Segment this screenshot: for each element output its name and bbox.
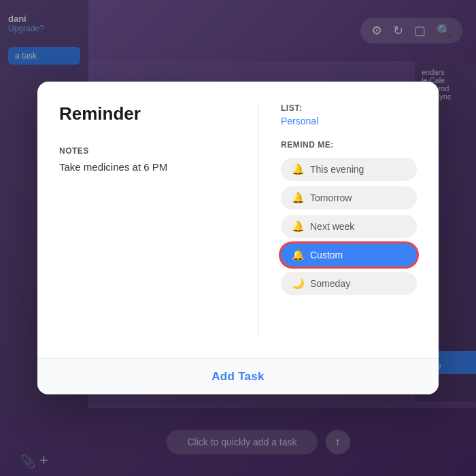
moon-icon-someday: 🌙 xyxy=(292,277,305,290)
add-task-button[interactable]: Add Task xyxy=(211,370,265,384)
remind-option-this-evening[interactable]: 🔔 This evening xyxy=(281,158,417,181)
remind-option-label-next-week: Next week xyxy=(310,221,354,232)
modal-left-panel: Reminder NOTES Take medicines at 6 PM xyxy=(59,103,237,337)
remind-option-label-custom: Custom xyxy=(310,250,343,260)
bell-icon-next-week: 🔔 xyxy=(292,220,305,233)
bell-icon-custom: 🔔 xyxy=(292,249,305,261)
modal-body: Reminder NOTES Take medicines at 6 PM LI… xyxy=(37,82,439,358)
bell-icon-this-evening: 🔔 xyxy=(292,163,305,175)
modal-footer: Add Task xyxy=(37,358,439,394)
list-value[interactable]: Personal xyxy=(281,116,417,126)
modal-right-panel: LIST: Personal REMIND ME: 🔔 This evening… xyxy=(281,103,417,337)
notes-text: Take medicines at 6 PM xyxy=(59,161,237,173)
remind-option-label-tomorrow: Tomorrow xyxy=(310,192,352,203)
remind-option-someday[interactable]: 🌙 Someday xyxy=(281,272,417,295)
remind-me-label: REMIND ME: xyxy=(281,140,417,150)
remind-option-label-this-evening: This evening xyxy=(310,164,364,175)
modal-title: Reminder xyxy=(59,103,237,124)
notes-label: NOTES xyxy=(59,146,237,156)
modal-overlay: Reminder NOTES Take medicines at 6 PM LI… xyxy=(0,0,476,476)
modal-divider xyxy=(258,103,259,337)
remind-option-label-someday: Someday xyxy=(310,278,350,289)
remind-option-next-week[interactable]: 🔔 Next week xyxy=(281,215,417,238)
remind-option-custom[interactable]: 🔔 Custom xyxy=(281,243,417,267)
remind-options-list: 🔔 This evening 🔔 Tomorrow 🔔 Next week 🔔 … xyxy=(281,158,417,295)
list-label: LIST: xyxy=(281,103,417,113)
bell-icon-tomorrow: 🔔 xyxy=(292,192,305,204)
reminder-modal: Reminder NOTES Take medicines at 6 PM LI… xyxy=(37,82,439,394)
remind-option-tomorrow[interactable]: 🔔 Tomorrow xyxy=(281,186,417,209)
